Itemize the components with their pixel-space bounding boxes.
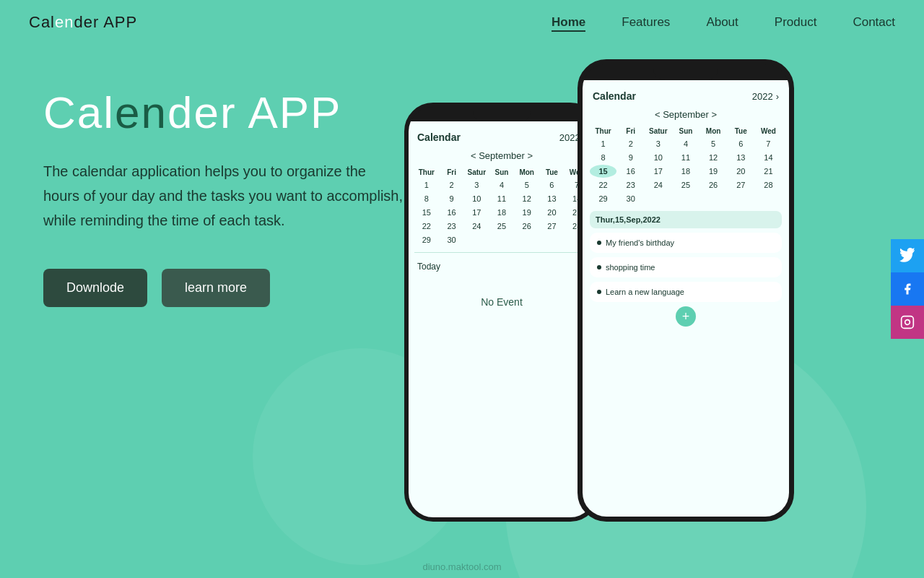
ph2-event-3[interactable]: Learn a new language xyxy=(590,282,782,302)
hero-buttons: Downlode learn more xyxy=(43,269,448,307)
ph2-d30[interactable]: 30 xyxy=(617,192,644,205)
ph1-d18[interactable]: 18 xyxy=(489,206,514,219)
phone1-month-nav[interactable]: < September > xyxy=(414,150,589,161)
ph1-d17[interactable]: 17 xyxy=(464,206,489,219)
ph1-dh-3: Sun xyxy=(489,167,514,178)
ph2-event-2[interactable]: shopping time xyxy=(590,257,782,277)
ph1-divider xyxy=(414,252,589,253)
ph2-d12[interactable]: 12 xyxy=(700,151,727,164)
ph2-d23[interactable]: 23 xyxy=(617,178,644,191)
ph2-d10[interactable]: 10 xyxy=(645,151,671,164)
ph1-d25[interactable]: 25 xyxy=(489,220,514,233)
ph2-d6[interactable]: 6 xyxy=(728,137,754,150)
phone1-cal-grid: Thur Fri Satur Sun Mon Tue Wed 1 2 3 4 5… xyxy=(414,167,589,246)
phone2-cal-title: Calendar xyxy=(593,90,636,102)
phone2-cal-header: Calendar 2022 › xyxy=(590,87,782,105)
ph2-d24[interactable]: 24 xyxy=(645,178,671,191)
ph2-event-text-1: My friend's birthday xyxy=(606,238,674,247)
ph1-d26[interactable]: 26 xyxy=(515,220,539,233)
ph1-no-event: No Event xyxy=(414,296,589,308)
ph1-d27[interactable]: 27 xyxy=(540,220,565,233)
ph1-d10[interactable]: 10 xyxy=(464,192,489,205)
ph2-d22[interactable]: 22 xyxy=(590,178,616,191)
ph2-date-label: Thur,15,Sep,2022 xyxy=(590,211,782,228)
ph1-d20[interactable]: 20 xyxy=(540,206,565,219)
ph1-d30[interactable]: 30 xyxy=(440,233,464,246)
ph2-d3[interactable]: 3 xyxy=(645,137,671,150)
watermark: diuno.maktool.com xyxy=(422,561,501,572)
ph1-d9[interactable]: 9 xyxy=(440,192,464,205)
hero-description: The calendar application helps you to or… xyxy=(43,159,404,233)
ph2-event-text-2: shopping time xyxy=(606,263,655,272)
nav-item-product[interactable]: Product xyxy=(775,15,817,30)
ph2-event-dot-3 xyxy=(597,290,601,294)
ph1-d12[interactable]: 12 xyxy=(515,192,539,205)
ph1-d19[interactable]: 19 xyxy=(515,206,539,219)
phones-area: Calendar 2022 › < September > Thur Fri S… xyxy=(404,59,794,522)
ph2-dh-6: Wed xyxy=(755,126,782,137)
hero-left: Calender APP The calendar application he… xyxy=(43,74,448,307)
nav-item-about[interactable]: About xyxy=(706,15,738,30)
ph2-d16[interactable]: 16 xyxy=(617,165,644,178)
ph2-d25[interactable]: 25 xyxy=(672,178,699,191)
ph2-d8[interactable]: 8 xyxy=(590,151,616,164)
ph2-d7[interactable]: 7 xyxy=(755,137,782,150)
ph1-d29[interactable]: 29 xyxy=(414,233,439,246)
instagram-icon[interactable] xyxy=(891,306,924,339)
logo[interactable]: Calender APP xyxy=(29,13,137,32)
ph2-d28[interactable]: 28 xyxy=(755,178,782,191)
ph2-dh-4: Mon xyxy=(700,126,727,137)
ph1-d24[interactable]: 24 xyxy=(464,220,489,233)
ph1-dh-4: Mon xyxy=(515,167,539,178)
phone2-cal-year: 2022 › xyxy=(752,91,779,102)
learn-more-button[interactable]: learn more xyxy=(162,269,270,307)
download-button[interactable]: Downlode xyxy=(43,269,147,307)
nav-item-features[interactable]: Features xyxy=(622,15,670,30)
ph2-d9[interactable]: 9 xyxy=(617,151,644,164)
ph1-d8[interactable]: 8 xyxy=(414,192,439,205)
phone1-notch xyxy=(473,107,531,121)
ph2-d1[interactable]: 1 xyxy=(590,137,616,150)
ph2-d21[interactable]: 21 xyxy=(755,165,782,178)
ph2-d27[interactable]: 27 xyxy=(728,178,754,191)
ph1-d3[interactable]: 3 xyxy=(464,178,489,191)
ph2-d17[interactable]: 17 xyxy=(645,165,671,178)
nav-links: Home Features About Product Contact xyxy=(552,15,895,30)
phone2-notch xyxy=(653,64,718,80)
ph1-d6[interactable]: 6 xyxy=(540,178,565,191)
ph2-d26[interactable]: 26 xyxy=(700,178,727,191)
nav-item-home[interactable]: Home xyxy=(552,15,585,30)
ph2-d11[interactable]: 11 xyxy=(672,151,699,164)
ph2-event-1[interactable]: My friend's birthday xyxy=(590,233,782,253)
phone2-cal-grid: Thur Fri Satur Sun Mon Tue Wed 1 2 3 4 5… xyxy=(590,126,782,205)
ph1-d1[interactable]: 1 xyxy=(414,178,439,191)
nav-item-contact[interactable]: Contact xyxy=(853,15,895,30)
ph1-d2[interactable]: 2 xyxy=(440,178,464,191)
ph1-d16[interactable]: 16 xyxy=(440,206,464,219)
ph2-d15[interactable]: 15 xyxy=(590,165,616,178)
ph2-d5[interactable]: 5 xyxy=(700,137,727,150)
ph1-d23[interactable]: 23 xyxy=(440,220,464,233)
phone1-cal-title: Calendar xyxy=(417,131,461,143)
ph2-d13[interactable]: 13 xyxy=(728,151,754,164)
ph1-dh-5: Tue xyxy=(540,167,565,178)
ph2-d20[interactable]: 20 xyxy=(728,165,754,178)
ph1-d15[interactable]: 15 xyxy=(414,206,439,219)
phone2-month-nav[interactable]: < September > xyxy=(590,109,782,120)
ph1-d22[interactable]: 22 xyxy=(414,220,439,233)
twitter-icon[interactable] xyxy=(891,239,924,272)
ph2-dh-3: Sun xyxy=(672,126,699,137)
ph2-d4[interactable]: 4 xyxy=(672,137,699,150)
ph1-d11[interactable]: 11 xyxy=(489,192,514,205)
ph2-d2[interactable]: 2 xyxy=(617,137,644,150)
ph1-d5[interactable]: 5 xyxy=(515,178,539,191)
ph2-d18[interactable]: 18 xyxy=(672,165,699,178)
ph2-add-button[interactable]: + xyxy=(676,306,696,327)
facebook-icon[interactable] xyxy=(891,272,924,306)
ph2-d14[interactable]: 14 xyxy=(755,151,782,164)
ph2-d29[interactable]: 29 xyxy=(590,192,616,205)
phone1-screen: Calendar 2022 › < September > Thur Fri S… xyxy=(409,121,595,517)
ph1-d13[interactable]: 13 xyxy=(540,192,565,205)
ph1-d4[interactable]: 4 xyxy=(489,178,514,191)
ph2-d19[interactable]: 19 xyxy=(700,165,727,178)
